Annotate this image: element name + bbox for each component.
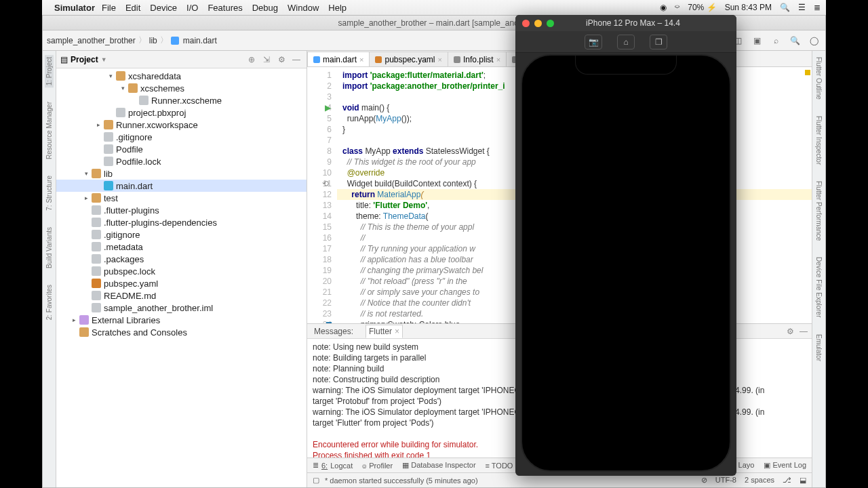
txt-icon: [116, 108, 125, 117]
tree-node[interactable]: project.pbxproj: [56, 106, 307, 119]
menu-file[interactable]: File: [102, 3, 116, 13]
close-tab-icon[interactable]: ×: [438, 56, 442, 64]
settings-icon[interactable]: ⚙: [275, 55, 288, 64]
dart-icon: [104, 181, 113, 190]
txt-icon: [92, 230, 101, 239]
menu-help[interactable]: Help: [328, 3, 347, 13]
tree-node[interactable]: ▸ External Libraries: [56, 314, 307, 326]
breadcrumb[interactable]: sample_another_brother〉 lib〉 main.dart: [47, 35, 217, 46]
tree-node[interactable]: ▾ xcschemes: [56, 82, 307, 94]
tree-node[interactable]: sample_another_brother.iml: [56, 302, 307, 314]
tree-node[interactable]: README.md: [56, 289, 307, 302]
tree-node[interactable]: ▸ Runner.xcworkspace: [56, 119, 307, 131]
txt-icon: [104, 144, 113, 154]
messages-flutter-tab[interactable]: Flutter×: [366, 325, 403, 338]
txt-icon: [92, 303, 101, 312]
status-item[interactable]: ⬓: [800, 476, 806, 485]
zoom-icon[interactable]: [547, 20, 554, 27]
close-icon[interactable]: [522, 20, 530, 27]
tree-node[interactable]: pubspec.yaml: [56, 277, 307, 289]
close-tab-icon[interactable]: ×: [359, 56, 363, 64]
left-rail-build-variants[interactable]: Build Variants: [45, 225, 54, 270]
error-stripe[interactable]: [805, 70, 810, 75]
tree-node[interactable]: Runner.xcscheme: [56, 94, 307, 106]
tree-node[interactable]: .flutter-plugins-dependencies: [56, 216, 307, 228]
right-rail-flutter-performance[interactable]: Flutter Performance: [814, 179, 823, 243]
msg-hide-icon[interactable]: —: [800, 327, 808, 336]
status-item[interactable]: 2 spaces: [745, 476, 774, 485]
tree-node[interactable]: .flutter-plugins: [56, 204, 307, 216]
tree-node[interactable]: ▸ test: [56, 192, 307, 204]
locate-icon[interactable]: ⊕: [245, 55, 258, 64]
notifications-icon[interactable]: ≣: [814, 3, 821, 12]
tree-node[interactable]: main.dart: [56, 180, 307, 192]
hide-icon[interactable]: —: [290, 55, 302, 64]
file-type-icon: [313, 56, 320, 63]
copy-button[interactable]: ❐: [650, 35, 667, 49]
bottom-tool-right[interactable]: ▣ Event Log: [764, 461, 806, 470]
tree-node[interactable]: Podfile.lock: [56, 155, 307, 167]
left-rail-2-favorites[interactable]: 2: Favorites: [45, 283, 54, 322]
bottom-tool-profiler[interactable]: ⌾ Profiler: [362, 462, 393, 470]
screencast-icon[interactable]: ◉: [660, 3, 667, 12]
tree-node[interactable]: .metadata: [56, 241, 307, 253]
spotlight-icon[interactable]: 🔍: [780, 3, 790, 12]
tree-node[interactable]: .gitignore: [56, 228, 307, 241]
find-icon[interactable]: ⌕: [768, 33, 783, 48]
simulator-screen[interactable]: [515, 53, 736, 476]
right-rail-flutter-outline[interactable]: Flutter Outline: [814, 55, 823, 102]
tree-node[interactable]: Scratches and Consoles: [56, 326, 307, 338]
left-rail-resource-manager[interactable]: Resource Manager: [45, 100, 54, 161]
menu-features[interactable]: Features: [208, 3, 242, 13]
control-center-icon[interactable]: ☰: [798, 3, 806, 12]
expand-icon[interactable]: ⇲: [260, 55, 273, 64]
avatar-icon[interactable]: ◯: [806, 33, 821, 48]
folder-icon: [92, 193, 101, 203]
right-rail-flutter-inspector[interactable]: Flutter Inspector: [814, 114, 823, 167]
simulator-window[interactable]: iPhone 12 Pro Max – 14.4 📷 ⌂ ❐ ↖: [515, 15, 736, 476]
tree-node[interactable]: .gitignore: [56, 131, 307, 143]
bottom-tool-logcat[interactable]: ≣ 6: Logcat: [313, 461, 353, 470]
status-message: * daemon started successfully (5 minutes…: [325, 476, 478, 485]
editor-tab[interactable]: Info.plist×: [448, 52, 507, 66]
messages-tab[interactable]: Messages:: [311, 325, 356, 338]
close-tab-icon[interactable]: ×: [496, 56, 500, 64]
status-item[interactable]: UTF-8: [715, 476, 736, 485]
bottom-tool-todo[interactable]: ≡ TODO: [486, 462, 513, 470]
right-rail-emulator[interactable]: Emulator: [814, 332, 823, 363]
status-item[interactable]: ⊘: [701, 476, 707, 485]
tree-node[interactable]: Podfile: [56, 143, 307, 155]
home-button[interactable]: ⌂: [617, 35, 635, 49]
txt-icon: [92, 254, 101, 264]
left-rail-7-structure[interactable]: 7: Structure: [45, 174, 54, 213]
menu-device[interactable]: Device: [150, 3, 177, 13]
editor-tab[interactable]: pubspec.yaml×: [369, 52, 448, 66]
editor-tab[interactable]: main.dart×: [307, 52, 370, 66]
tree-node[interactable]: ▾ lib: [56, 167, 307, 180]
tree-node[interactable]: ▾ xcshareddata: [56, 70, 307, 82]
dart-file-icon: [171, 37, 179, 45]
left-rail-1-project[interactable]: 1: Project: [45, 55, 54, 87]
menu-debug[interactable]: Debug: [252, 3, 278, 13]
project-panel: ▤ Project ▼ ⊕ ⇲ ⚙ — ▾ xcshareddata ▾ xcs…: [56, 51, 307, 487]
right-rail-device-file-explorer[interactable]: Device File Explorer: [814, 255, 823, 319]
devices-icon[interactable]: ▣: [749, 33, 764, 48]
search-icon[interactable]: 🔍: [787, 33, 802, 48]
screenshot-button[interactable]: 📷: [585, 35, 602, 49]
tree-node[interactable]: pubspec.lock: [56, 265, 307, 277]
project-tree[interactable]: ▾ xcshareddata ▾ xcschemes Runner.xcsche…: [56, 68, 307, 487]
folder-icon: [104, 120, 113, 129]
menu-window[interactable]: Window: [288, 3, 319, 13]
menubar-app[interactable]: Simulator: [54, 3, 95, 13]
minimize-icon[interactable]: [534, 20, 542, 27]
tree-node[interactable]: .packages: [56, 253, 307, 265]
file-type-icon: [454, 56, 460, 63]
status-item[interactable]: ⎇: [783, 476, 791, 485]
project-view-label[interactable]: Project: [71, 55, 98, 64]
bottom-tool-database-inspector[interactable]: ▦ Database Inspector: [402, 461, 475, 470]
msg-settings-icon[interactable]: ⚙: [787, 327, 794, 336]
wifi-icon[interactable]: ⌔: [675, 3, 679, 12]
menu-i/o[interactable]: I/O: [186, 3, 198, 13]
txt-icon: [92, 266, 101, 276]
menu-edit[interactable]: Edit: [125, 3, 140, 13]
